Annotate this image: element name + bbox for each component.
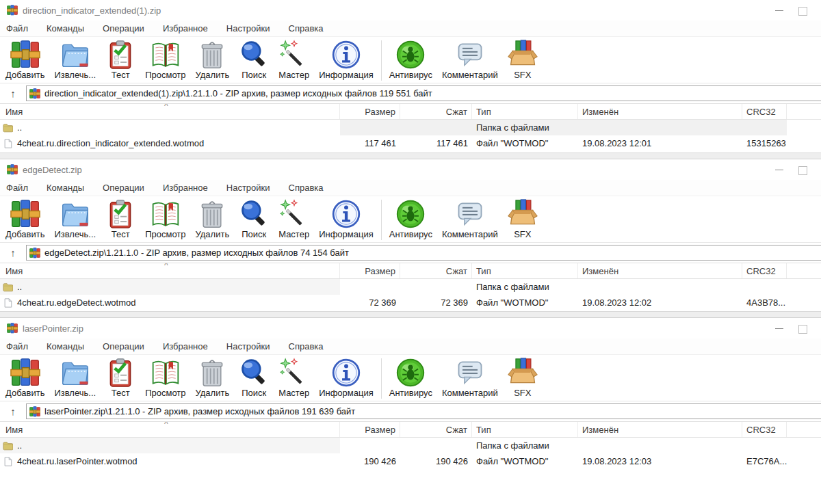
file-packed: [400, 438, 472, 453]
menu-file[interactable]: Файл: [6, 341, 28, 352]
column-header-type[interactable]: Тип: [472, 263, 578, 278]
toolbar-test-button[interactable]: Тест: [101, 356, 140, 398]
column-header-size[interactable]: Размер: [340, 263, 400, 278]
toolbar-extract-button[interactable]: Извлечь...: [49, 356, 101, 398]
column-header-size[interactable]: Размер: [340, 422, 400, 437]
column-header-modified[interactable]: Изменён: [578, 104, 742, 119]
maximize-button[interactable]: [792, 318, 813, 339]
maximize-button[interactable]: [792, 159, 813, 180]
column-header-size[interactable]: Размер: [340, 104, 400, 119]
up-directory-button[interactable]: ↑: [5, 406, 21, 417]
toolbar-test-button[interactable]: Тест: [101, 38, 140, 80]
file-name: 4cheat.ru.laserPointer.wotmod: [17, 456, 138, 466]
menu-operations[interactable]: Операции: [103, 183, 144, 193]
toolbar-wizard-button[interactable]: Мастер: [274, 198, 314, 239]
menu-commands[interactable]: Команды: [47, 23, 84, 34]
address-field[interactable]: edgeDetect.zip\1.21.1.0 - ZIP архив, раз…: [26, 245, 821, 261]
column-header-modified[interactable]: Изменён: [578, 263, 742, 278]
column-header-name[interactable]: ^ Имя: [0, 104, 340, 119]
toolbar-extract-button[interactable]: Извлечь...: [49, 38, 101, 80]
toolbar-info-button[interactable]: Информация: [314, 38, 378, 80]
toolbar-add-button[interactable]: Добавить: [1, 198, 49, 239]
minimize-button[interactable]: [769, 318, 790, 339]
up-directory-button[interactable]: ↑: [5, 88, 21, 99]
toolbar-search-button[interactable]: Поиск: [234, 356, 274, 398]
column-header-packed[interactable]: Сжат: [400, 422, 472, 437]
menu-file[interactable]: Файл: [6, 23, 28, 34]
toolbar-add-button[interactable]: Добавить: [1, 356, 49, 398]
toolbar-sfx-button[interactable]: SFX: [503, 356, 543, 398]
file-row[interactable]: 4cheat.ru.laserPointer.wotmod 190 426 19…: [0, 453, 821, 469]
toolbar-delete-button[interactable]: Удалить: [191, 38, 235, 80]
toolbar-antivirus-button[interactable]: Антивирус: [385, 198, 437, 239]
column-header-modified[interactable]: Изменён: [578, 422, 742, 437]
toolbar-antivirus-button[interactable]: Антивирус: [385, 356, 437, 398]
toolbar-delete-button[interactable]: Удалить: [191, 198, 235, 239]
toolbar-comment-button[interactable]: Комментарий: [437, 38, 503, 80]
menu-help[interactable]: Справка: [289, 341, 324, 352]
menu-operations[interactable]: Операции: [103, 341, 144, 352]
menu-favorites[interactable]: Избранное: [163, 23, 208, 34]
toolbar-delete-button[interactable]: Удалить: [191, 356, 235, 398]
menu-operations[interactable]: Операции: [103, 23, 144, 34]
toolbar-comment-button[interactable]: Комментарий: [437, 356, 503, 398]
toolbar-view-button[interactable]: Просмотр: [140, 356, 190, 398]
menu-file[interactable]: Файл: [6, 183, 28, 193]
parent-dir-row[interactable]: .. Папка с файлами: [0, 438, 821, 453]
toolbar-view-button[interactable]: Просмотр: [140, 38, 190, 80]
column-header-type[interactable]: Тип: [472, 104, 578, 119]
menu-help[interactable]: Справка: [289, 23, 324, 34]
parent-dir-row[interactable]: .. Папка с файлами: [0, 120, 821, 135]
address-field[interactable]: direction_indicator_extended(1).zip\1.21…: [26, 85, 821, 101]
toolbar-label: Мастер: [278, 229, 309, 239]
file-list: .. Папка с файлами 4cheat.ru.edgeDetect.…: [0, 279, 821, 311]
menu-commands[interactable]: Команды: [47, 183, 84, 193]
file-name: 4cheat.ru.edgeDetect.wotmod: [17, 297, 135, 308]
parent-dir-row[interactable]: .. Папка с файлами: [0, 279, 821, 295]
maximize-button[interactable]: [792, 0, 813, 21]
toolbar-sfx-button[interactable]: SFX: [503, 38, 543, 80]
column-header-crc32[interactable]: CRC32: [742, 263, 787, 278]
column-header-type[interactable]: Тип: [472, 422, 578, 437]
toolbar-test-button[interactable]: Тест: [101, 198, 140, 239]
address-field[interactable]: laserPointer.zip\1.21.1.0 - ZIP архив, р…: [26, 403, 821, 419]
toolbar-wizard-button[interactable]: Мастер: [274, 38, 314, 80]
column-header-name[interactable]: ^ Имя: [0, 263, 340, 278]
comment-icon: [455, 199, 485, 229]
file-size: 190 426: [340, 453, 400, 469]
menu-settings[interactable]: Настройки: [226, 341, 270, 352]
toolbar-search-button[interactable]: Поиск: [234, 198, 274, 239]
file-row[interactable]: 4cheat.ru.edgeDetect.wotmod 72 369 72 36…: [0, 295, 821, 310]
column-header-crc32[interactable]: CRC32: [742, 422, 787, 437]
minimize-button[interactable]: [769, 0, 790, 21]
toolbar-add-button[interactable]: Добавить: [1, 38, 49, 80]
toolbar-comment-button[interactable]: Комментарий: [437, 198, 503, 239]
toolbar-wizard-button[interactable]: Мастер: [274, 356, 314, 398]
minimize-button[interactable]: [769, 159, 790, 180]
test-archive-icon: [105, 199, 135, 229]
menu-settings[interactable]: Настройки: [226, 23, 270, 34]
menu-commands[interactable]: Команды: [47, 341, 84, 352]
list-header: ^ Имя Размер Сжат Тип Изменён CRC32: [0, 104, 821, 120]
column-header-name[interactable]: ^ Имя: [0, 422, 340, 437]
toolbar-sfx-button[interactable]: SFX: [503, 198, 543, 239]
list-header: ^ Имя Размер Сжат Тип Изменён CRC32: [0, 263, 821, 279]
sort-ascending-icon: ^: [164, 422, 168, 429]
toolbar-search-button[interactable]: Поиск: [234, 38, 274, 80]
file-row[interactable]: 4cheat.ru.direction_indicator_extended.w…: [0, 135, 821, 151]
menu-favorites[interactable]: Избранное: [163, 183, 208, 193]
toolbar-info-button[interactable]: Информация: [314, 198, 378, 239]
toolbar-extract-button[interactable]: Извлечь...: [49, 198, 101, 239]
column-header-packed[interactable]: Сжат: [400, 104, 472, 119]
up-directory-button[interactable]: ↑: [5, 247, 21, 258]
column-header-packed[interactable]: Сжат: [400, 263, 472, 278]
add-archive-icon: [10, 358, 40, 388]
toolbar-info-button[interactable]: Информация: [314, 356, 378, 398]
column-header-crc32[interactable]: CRC32: [742, 104, 787, 119]
toolbar-label: Удалить: [196, 388, 230, 398]
menu-settings[interactable]: Настройки: [226, 183, 270, 193]
toolbar-view-button[interactable]: Просмотр: [140, 198, 190, 239]
menu-help[interactable]: Справка: [289, 183, 324, 193]
toolbar-antivirus-button[interactable]: Антивирус: [385, 38, 437, 80]
menu-favorites[interactable]: Избранное: [163, 341, 208, 352]
